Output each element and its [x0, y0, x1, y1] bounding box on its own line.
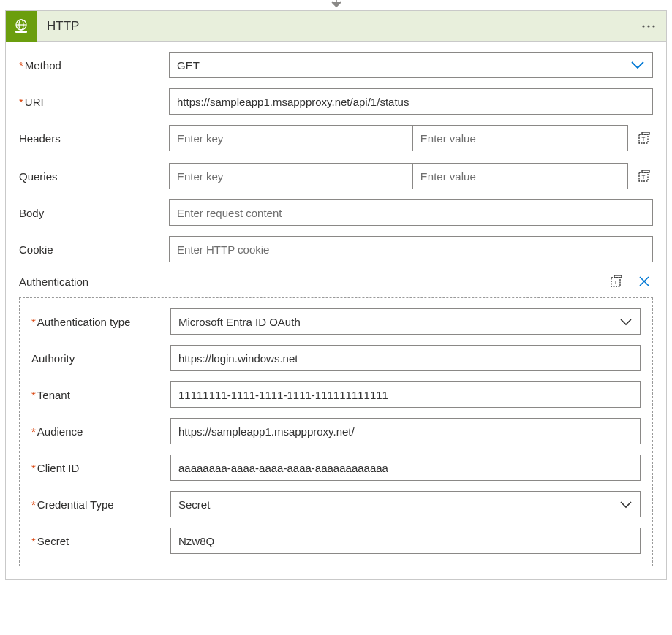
- cookie-label: Cookie: [19, 243, 169, 256]
- chevron-down-icon: [630, 61, 645, 69]
- row-clientid: *Client ID: [31, 455, 641, 481]
- chevron-down-icon: [618, 318, 633, 326]
- credtype-label: *Credential Type: [31, 498, 170, 511]
- http-action-card: HTTP *Method GET *URI: [5, 10, 667, 580]
- auth-type-select[interactable]: Microsoft Entra ID OAuth: [170, 308, 641, 335]
- card-header: HTTP: [6, 11, 666, 42]
- arrow-down-icon: [330, 0, 343, 9]
- card-body: *Method GET *URI Headers: [6, 42, 666, 579]
- headers-label: Headers: [19, 132, 169, 145]
- queries-value-input[interactable]: [412, 163, 628, 189]
- headers-value-input[interactable]: [412, 125, 628, 151]
- svg-text:T: T: [642, 136, 646, 142]
- svg-point-5: [647, 25, 649, 27]
- uri-label: *URI: [19, 96, 169, 108]
- svg-rect-8: [642, 132, 649, 134]
- row-auth-type: *Authentication type Microsoft Entra ID …: [31, 308, 641, 335]
- audience-label: *Audience: [31, 425, 170, 438]
- queries-label: Queries: [19, 170, 169, 183]
- clientid-label: *Client ID: [31, 462, 170, 474]
- auth-dynamic-content-button[interactable]: T: [608, 273, 625, 290]
- uri-input[interactable]: [169, 88, 653, 115]
- row-cookie: Cookie: [19, 236, 653, 262]
- dynamic-content-icon: T: [638, 132, 651, 145]
- row-body: Body: [19, 199, 653, 226]
- svg-text:T: T: [614, 279, 618, 286]
- clientid-input[interactable]: [170, 455, 641, 481]
- row-headers: Headers T: [19, 125, 653, 151]
- cookie-input[interactable]: [169, 236, 653, 262]
- method-label: *Method: [19, 59, 169, 72]
- row-queries: Queries T: [19, 163, 653, 189]
- auth-type-label: *Authentication type: [31, 316, 170, 328]
- authority-label: Authority: [31, 352, 170, 365]
- connector-arrow: [0, 0, 672, 10]
- body-input[interactable]: [169, 199, 653, 226]
- body-label: Body: [19, 207, 169, 219]
- row-uri: *URI: [19, 88, 653, 115]
- authority-input[interactable]: [170, 345, 641, 371]
- authentication-panel: *Authentication type Microsoft Entra ID …: [19, 297, 653, 566]
- auth-remove-button[interactable]: [635, 273, 653, 290]
- card-title: HTTP: [37, 19, 79, 34]
- secret-label: *Secret: [31, 535, 170, 547]
- card-more-menu[interactable]: [631, 11, 666, 41]
- chevron-down-icon: [618, 501, 633, 509]
- svg-rect-3: [15, 31, 27, 33]
- authentication-label: Authentication: [19, 275, 608, 288]
- http-connector-icon: [6, 11, 37, 42]
- dynamic-content-icon: T: [638, 170, 651, 183]
- headers-key-input[interactable]: [169, 125, 412, 151]
- svg-point-6: [652, 25, 654, 27]
- dynamic-content-icon: T: [610, 275, 623, 288]
- tenant-input[interactable]: [170, 381, 641, 408]
- row-audience: *Audience: [31, 418, 641, 444]
- method-select[interactable]: GET: [169, 52, 653, 78]
- queries-dynamic-content-button[interactable]: T: [635, 167, 653, 185]
- globe-icon: [13, 18, 29, 34]
- close-icon: [638, 275, 650, 287]
- tenant-label: *Tenant: [31, 389, 170, 401]
- row-authority: Authority: [31, 345, 641, 371]
- row-secret: *Secret: [31, 528, 641, 554]
- svg-point-4: [642, 25, 644, 27]
- audience-input[interactable]: [170, 418, 641, 444]
- queries-key-input[interactable]: [169, 163, 412, 189]
- row-credtype: *Credential Type Secret: [31, 491, 641, 517]
- authentication-section-header: Authentication T: [19, 273, 653, 290]
- row-tenant: *Tenant: [31, 381, 641, 408]
- svg-text:T: T: [642, 174, 646, 180]
- secret-input[interactable]: [170, 528, 641, 554]
- headers-dynamic-content-button[interactable]: T: [635, 129, 653, 147]
- svg-rect-11: [642, 170, 649, 172]
- credtype-select[interactable]: Secret: [170, 491, 641, 517]
- svg-rect-14: [614, 275, 622, 278]
- more-icon: [641, 24, 656, 28]
- row-method: *Method GET: [19, 52, 653, 78]
